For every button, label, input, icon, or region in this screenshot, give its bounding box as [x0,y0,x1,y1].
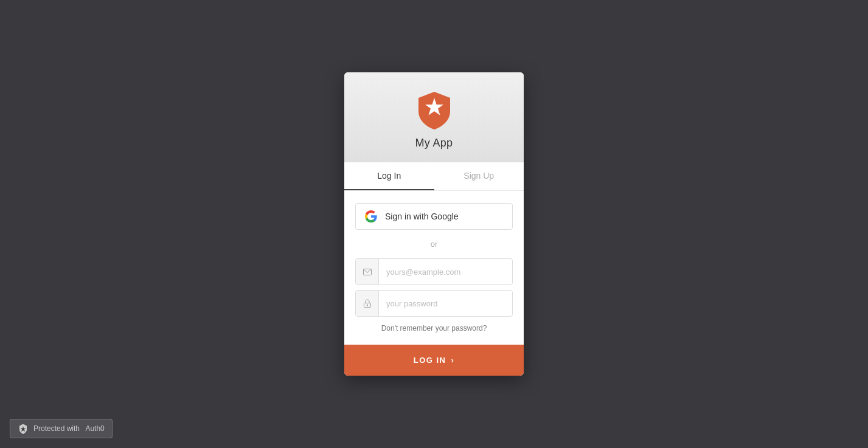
auth0-badge-text: Protected with Auth0 [33,424,105,433]
google-signin-button[interactable]: Sign in with Google [355,203,513,230]
arrow-icon: › [451,356,454,365]
tab-signup[interactable]: Sign Up [434,162,524,190]
login-card: My App Log In Sign Up Sign in with Googl… [344,72,524,376]
card-header: My App [344,72,524,162]
google-icon [364,210,378,223]
google-signin-label: Sign in with Google [385,212,459,221]
password-field[interactable] [379,293,512,314]
email-icon [356,259,379,284]
app-logo [415,91,454,129]
login-button[interactable]: LOG IN › [344,345,524,376]
email-input-group [355,258,513,285]
app-name: My App [356,137,512,150]
tab-login[interactable]: Log In [344,162,434,190]
auth0-badge: Protected with Auth0 [10,419,113,438]
auth0-icon [18,423,29,434]
or-divider: or [355,240,513,249]
svg-point-2 [366,305,367,306]
login-button-label: LOG IN [414,356,446,365]
lock-icon [356,291,379,316]
email-field[interactable] [379,261,512,283]
password-input-group [355,290,513,317]
tabs: Log In Sign Up [344,162,524,191]
forgot-password-link[interactable]: Don't remember your password? [355,324,513,333]
card-body: Sign in with Google or [344,191,524,345]
